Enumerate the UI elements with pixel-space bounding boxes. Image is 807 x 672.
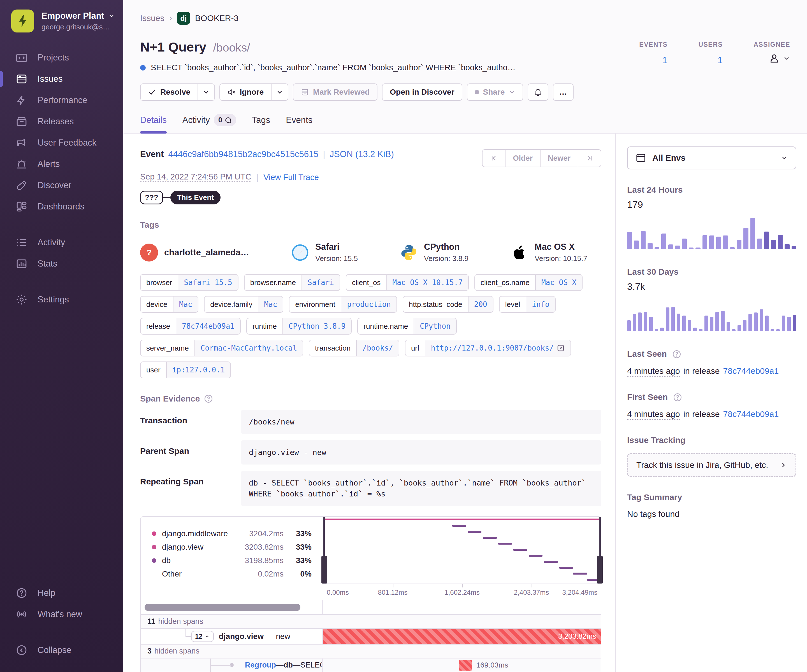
tag-value[interactable]: 78c744eb09a1 (176, 318, 240, 334)
tag-pill[interactable]: release 78c744eb09a1 (140, 318, 241, 334)
resolve-button[interactable]: Resolve (141, 84, 198, 100)
parent-span-bar[interactable]: 3,203.82ms (323, 629, 601, 644)
last-30d-chart[interactable] (627, 300, 796, 331)
oldest-event-button[interactable] (483, 150, 505, 167)
share-button[interactable]: Share (467, 83, 523, 101)
sidebar-item-dashboards[interactable]: Dashboards (0, 196, 123, 217)
first-seen-time[interactable]: 4 minutes ago (627, 409, 680, 420)
event-id-link[interactable]: 4446c9af6bb94815b2ac9bc4515c5615 (168, 149, 318, 159)
parent-span-row[interactable]: 12 django.view — new 3,203.82ms (141, 628, 601, 644)
span-duration-bar[interactable] (459, 660, 472, 670)
tag-pill[interactable]: http.status_code 200 (403, 296, 493, 313)
user-tag[interactable]: ? charlotte_alameda… (140, 243, 249, 262)
tag-pill[interactable]: transaction /books/ (309, 339, 399, 356)
environment-selector[interactable]: All Envs (627, 146, 796, 169)
hidden-spans-row[interactable]: 3hidden spans (141, 644, 601, 658)
unknown-badge[interactable]: ??? (140, 191, 163, 204)
span-row[interactable]: Regroup — db — SELECT `boo 169.03ms (141, 658, 601, 672)
tag-value[interactable]: Mac (258, 296, 283, 312)
ignore-button[interactable]: Ignore (220, 84, 271, 100)
tag-pill[interactable]: device.family Mac (204, 296, 283, 313)
tag-pill[interactable]: server_name Cormac-MacCarthy.local (140, 339, 303, 356)
breadcrumb-issues[interactable]: Issues (140, 13, 164, 23)
subscribe-button[interactable] (528, 83, 548, 101)
project-badge[interactable]: dj (177, 12, 190, 25)
tag-pill[interactable]: level info (499, 296, 556, 313)
tag-value[interactable]: CPython 3.8.9 (282, 318, 351, 334)
minimap-left-handle[interactable] (323, 517, 325, 584)
question-circle-icon[interactable] (204, 394, 213, 404)
last-seen-release-link[interactable]: 78c744eb09a1 (723, 366, 779, 377)
span-group-toggle[interactable]: 12 (191, 631, 214, 642)
tab-events[interactable]: Events (286, 114, 312, 133)
sidebar-item-releases[interactable]: Releases (0, 111, 123, 132)
ignore-dropdown-button[interactable] (271, 84, 288, 100)
tab-tags[interactable]: Tags (252, 114, 270, 133)
event-json-link[interactable]: JSON (13.2 KiB) (330, 149, 394, 159)
view-full-trace-link[interactable]: View Full Trace (263, 173, 319, 182)
tag-value[interactable]: CPython (413, 318, 456, 334)
tag-value[interactable]: ip:127.0.0.1 (166, 362, 231, 378)
sidebar-item-projects[interactable]: Projects (0, 47, 123, 68)
resolve-dropdown-button[interactable] (198, 84, 214, 100)
newer-event-button[interactable]: Newer (540, 150, 578, 167)
tag-pill[interactable]: runtime.name CPython (357, 318, 457, 334)
tag-pill[interactable]: environment production (289, 296, 397, 313)
latest-event-button[interactable] (578, 150, 601, 167)
more-actions-button[interactable]: … (553, 83, 574, 101)
sidebar-item-performance[interactable]: Performance (0, 89, 123, 111)
tab-details[interactable]: Details (140, 114, 167, 133)
minimap-right-handle[interactable] (599, 517, 601, 584)
horizontal-scrollbar[interactable] (144, 604, 301, 611)
tab-activity[interactable]: Activity 0 (183, 114, 236, 133)
runtime-tag[interactable]: CPython Version: 3.8.9 (400, 242, 468, 263)
tag-value[interactable]: Safari 15.5 (178, 275, 237, 290)
tag-pill[interactable]: client_os.name Mac OS X (474, 274, 583, 291)
sidebar-item-alerts[interactable]: Alerts (0, 154, 123, 175)
last-seen-time[interactable]: 4 minutes ago (627, 366, 680, 377)
first-seen-release-link[interactable]: 78c744eb09a1 (723, 409, 779, 420)
tag-value[interactable]: Cormac-MacCarthy.local (194, 340, 303, 356)
sidebar-item-collapse[interactable]: Collapse (0, 639, 123, 661)
tag-pill[interactable]: runtime CPython 3.8.9 (246, 318, 352, 334)
tag-pill[interactable]: browser.name Safari (244, 274, 340, 291)
tag-pill[interactable]: browser Safari 15.5 (140, 274, 239, 291)
tag-pill[interactable]: user ip:127.0.0.1 (140, 361, 231, 378)
open-in-discover-button[interactable]: Open in Discover (382, 83, 462, 101)
tag-value[interactable]: Mac OS X (535, 275, 582, 290)
trace-minimap[interactable] (323, 517, 601, 584)
tag-value[interactable]: info (526, 296, 555, 312)
sidebar-item-settings[interactable]: Settings (0, 289, 123, 310)
sidebar-item-discover[interactable]: Discover (0, 175, 123, 196)
sidebar-item-issues[interactable]: Issues (0, 68, 123, 89)
sidebar-item-user-feedback[interactable]: User Feedback (0, 132, 123, 154)
os-tag[interactable]: Mac OS X Version: 10.15.7 (511, 242, 587, 263)
sidebar-item-whats-new[interactable]: What's new (0, 604, 123, 625)
mark-reviewed-button[interactable]: Mark Reviewed (293, 83, 377, 101)
event-date[interactable]: Sep 14, 2022 7:24:56 PM UTC (140, 172, 251, 182)
track-issue-button[interactable]: Track this issue in Jira, GitHub, etc. (627, 454, 796, 477)
question-circle-icon[interactable] (672, 349, 681, 359)
tag-pill[interactable]: url http://127.0.0.1:9007/books/ (405, 339, 571, 356)
tag-value[interactable]: 200 (468, 296, 493, 312)
sidebar-item-help[interactable]: Help (0, 583, 123, 604)
tag-value[interactable]: /books/ (356, 340, 399, 356)
question-circle-icon[interactable] (673, 392, 682, 402)
browser-tag[interactable]: Safari Version: 15.5 (291, 242, 358, 263)
tag-value[interactable]: http://127.0.0.1:9007/books/ (425, 340, 571, 356)
events-count[interactable]: 1 (639, 55, 668, 66)
users-count[interactable]: 1 (698, 55, 723, 66)
tag-value[interactable]: Mac OS X 10.15.7 (387, 275, 468, 290)
older-event-button[interactable]: Older (505, 150, 540, 167)
tag-value[interactable]: production (341, 296, 397, 312)
hidden-spans-row[interactable]: 11hidden spans (141, 614, 601, 628)
tag-value[interactable]: Safari (302, 275, 340, 290)
last-24h-chart[interactable] (627, 218, 796, 249)
tag-value[interactable]: Mac (173, 296, 198, 312)
tag-pill[interactable]: client_os Mac OS X 10.15.7 (346, 274, 469, 291)
assignee-selector[interactable] (754, 52, 790, 64)
sidebar-item-stats[interactable]: Stats (0, 253, 123, 275)
sidebar-item-activity[interactable]: Activity (0, 232, 123, 253)
tag-pill[interactable]: device Mac (140, 296, 198, 313)
org-switcher[interactable]: Empower Plant george.gritsouk@s… (0, 10, 123, 33)
